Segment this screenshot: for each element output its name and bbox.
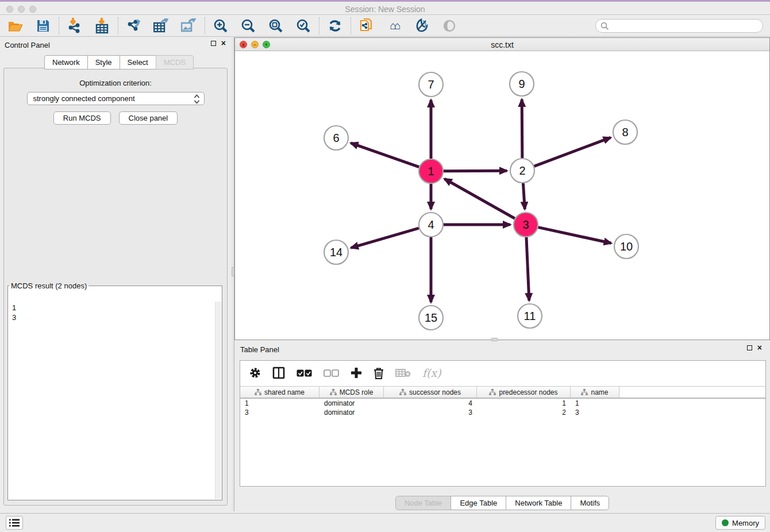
style-brush-icon[interactable] bbox=[413, 17, 430, 34]
memory-label: Memory bbox=[732, 519, 759, 527]
search-icon bbox=[600, 22, 609, 30]
toolbar-separator bbox=[59, 17, 59, 34]
toolbar-separator bbox=[351, 17, 351, 34]
float-table-panel-icon[interactable] bbox=[747, 345, 752, 350]
table-row[interactable]: 1dominator411 bbox=[240, 399, 765, 408]
delete-row-icon[interactable] bbox=[374, 367, 384, 379]
table-panel: Table Panel × bbox=[234, 342, 770, 511]
table-body: 1dominator4113dominator323 bbox=[240, 399, 765, 417]
table-cell[interactable]: 3 bbox=[240, 408, 319, 417]
table-cell[interactable]: 1 bbox=[477, 399, 571, 407]
column-header-name[interactable]: name bbox=[571, 387, 619, 398]
graph-node-label: 3 bbox=[522, 218, 529, 231]
graph-edge-3-1[interactable] bbox=[445, 179, 515, 218]
tab-network-table[interactable]: Network Table bbox=[506, 496, 571, 510]
column-header-label: successor nodes bbox=[409, 388, 461, 396]
network-canvas[interactable]: 7968124314101511 bbox=[235, 51, 769, 340]
table-cell[interactable]: dominator bbox=[319, 399, 384, 407]
column-header-label: MCDS role bbox=[340, 388, 374, 396]
node-table-container: f(x) shared nameMCDS rolesuccessor nodes… bbox=[240, 360, 766, 487]
search-field[interactable] bbox=[595, 19, 763, 33]
table-cell[interactable]: dominator bbox=[319, 408, 384, 417]
network-window-titlebar[interactable]: x − + scc.txt bbox=[235, 38, 769, 51]
save-session-icon[interactable] bbox=[34, 17, 52, 34]
export-image-icon[interactable] bbox=[180, 17, 198, 34]
graph-edge-1-2[interactable] bbox=[444, 171, 507, 171]
criterion-select[interactable]: strongly connected component bbox=[27, 92, 205, 105]
column-header-predecessor-nodes[interactable]: predecessor nodes bbox=[477, 387, 571, 398]
export-network-icon[interactable] bbox=[125, 17, 143, 34]
main-toolbar: ⌂⌂ bbox=[0, 15, 770, 37]
select-all-icon[interactable] bbox=[297, 369, 312, 377]
add-row-icon[interactable] bbox=[351, 367, 362, 379]
graph-edge-2-8[interactable] bbox=[534, 137, 611, 166]
column-header-successor-nodes[interactable]: successor nodes bbox=[384, 387, 477, 398]
result-scrollbar[interactable] bbox=[215, 302, 221, 499]
tab-motifs[interactable]: Motifs bbox=[571, 496, 609, 510]
table-cell[interactable]: 3 bbox=[384, 408, 477, 417]
graph-edge-3-10[interactable] bbox=[538, 228, 611, 244]
memory-button[interactable]: Memory bbox=[715, 516, 765, 530]
table-cell[interactable]: 1 bbox=[571, 399, 619, 407]
column-header-label: shared name bbox=[264, 388, 305, 396]
apply-layout-icon[interactable] bbox=[326, 17, 344, 34]
float-panel-icon[interactable] bbox=[211, 41, 216, 46]
close-panel-icon[interactable]: × bbox=[221, 41, 226, 46]
run-mcds-button[interactable]: Run MCDS bbox=[53, 111, 111, 125]
zoom-in-icon[interactable] bbox=[212, 17, 229, 34]
tab-select[interactable]: Select bbox=[120, 55, 156, 70]
tab-style[interactable]: Style bbox=[87, 55, 120, 70]
graph-node-label: 9 bbox=[518, 78, 525, 90]
result-line: 3 bbox=[12, 313, 215, 322]
export-table-icon[interactable] bbox=[153, 17, 170, 34]
table-cell[interactable]: 3 bbox=[571, 408, 619, 417]
toolbar-separator bbox=[319, 17, 319, 34]
zoom-selected-icon[interactable] bbox=[295, 17, 312, 34]
graph-edge-2-9[interactable] bbox=[522, 99, 522, 158]
tab-network[interactable]: Network bbox=[44, 55, 88, 70]
zoom-fit-icon[interactable] bbox=[267, 17, 284, 34]
network-graph[interactable]: 7968124314101511 bbox=[235, 51, 768, 340]
import-network-icon[interactable] bbox=[66, 17, 83, 34]
table-toolbar: f(x) bbox=[240, 361, 765, 385]
graph-edge-3-11[interactable] bbox=[526, 237, 529, 300]
mcds-result-fieldset: MCDS result (2 nodes) 13 bbox=[7, 282, 222, 500]
tab-mcds[interactable]: MCDS bbox=[156, 55, 194, 70]
mcds-result-list[interactable]: 13 bbox=[9, 302, 215, 499]
table-panel-title: Table Panel bbox=[240, 345, 279, 354]
task-history-button[interactable] bbox=[6, 516, 23, 530]
graph-edge-1-6[interactable] bbox=[351, 143, 419, 167]
show-hide-icon[interactable] bbox=[441, 17, 458, 34]
settings-gear-icon[interactable] bbox=[249, 367, 261, 379]
close-table-panel-icon[interactable]: × bbox=[757, 345, 762, 350]
table-cell[interactable]: 2 bbox=[477, 408, 571, 417]
optimization-criterion-label: Optimization criterion: bbox=[4, 79, 227, 87]
criterion-value: strongly connected component bbox=[33, 94, 135, 103]
clone-network-icon[interactable] bbox=[358, 17, 375, 34]
table-cell[interactable]: 4 bbox=[384, 399, 477, 407]
column-header-MCDS-role[interactable]: MCDS role bbox=[319, 387, 384, 398]
deselect-all-icon[interactable] bbox=[324, 369, 339, 377]
graph-edge-2-3[interactable] bbox=[523, 183, 525, 209]
graph-node-label: 10 bbox=[620, 240, 633, 253]
import-table-icon[interactable] bbox=[94, 17, 111, 34]
column-header-label: name bbox=[591, 388, 608, 396]
function-builder-icon: f(x) bbox=[422, 367, 441, 379]
open-session-icon[interactable] bbox=[7, 17, 24, 34]
column-header-shared-name[interactable]: shared name bbox=[240, 387, 319, 398]
first-neighbors-icon[interactable]: ⌂⌂ bbox=[386, 17, 403, 34]
zoom-out-icon[interactable] bbox=[240, 17, 257, 34]
graph-edge-4-14[interactable] bbox=[351, 228, 419, 248]
columns-icon[interactable] bbox=[272, 367, 285, 379]
graph-node-label: 2 bbox=[519, 164, 525, 177]
search-input[interactable] bbox=[609, 20, 763, 32]
toolbar-separator bbox=[205, 17, 205, 34]
application-window: Session: New Session bbox=[0, 0, 770, 532]
table-row[interactable]: 3dominator323 bbox=[240, 408, 765, 417]
tab-node-table[interactable]: Node Table bbox=[395, 496, 452, 510]
tab-edge-table[interactable]: Edge Table bbox=[451, 496, 506, 510]
close-panel-button[interactable]: Close panel bbox=[119, 111, 178, 125]
table-cell[interactable]: 1 bbox=[240, 399, 319, 407]
graph-node-label: 8 bbox=[622, 126, 628, 138]
horizontal-splitter-grip[interactable] bbox=[491, 338, 498, 341]
